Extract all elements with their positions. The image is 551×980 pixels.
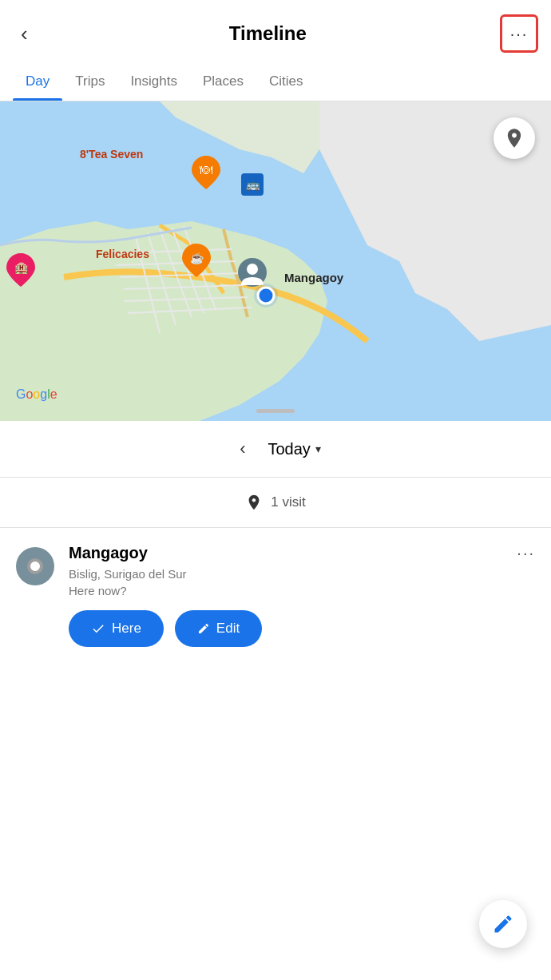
current-location-dot	[254, 284, 278, 311]
tab-day[interactable]: Day	[13, 62, 62, 101]
more-dots-icon: ···	[510, 25, 529, 43]
location-info: Mangagoy Bislig, Surigao del Sur Here no…	[69, 544, 535, 647]
map-area[interactable]: 🍽 8'Tea Seven 🚌 🏨 ☕ Felicacies	[0, 101, 551, 421]
location-card: Mangagoy Bislig, Surigao del Sur Here no…	[0, 528, 551, 666]
checkmark-icon	[91, 621, 105, 636]
label-mangagoy: Mangagoy	[284, 271, 343, 284]
svg-point-18	[258, 288, 274, 304]
here-button-label: Here	[112, 621, 141, 637]
edit-icon	[197, 622, 210, 635]
date-navigation: ‹ Today ▾	[0, 421, 551, 478]
svg-text:🏨: 🏨	[14, 261, 29, 275]
back-button[interactable]: ‹	[13, 18, 36, 50]
visit-count-row: 1 visit	[0, 478, 551, 528]
location-more-button[interactable]: ···	[517, 544, 535, 562]
tab-trips[interactable]: Trips	[62, 62, 117, 101]
svg-text:☕: ☕	[190, 252, 204, 265]
location-pin-button[interactable]	[494, 117, 535, 159]
location-avatar	[16, 547, 54, 585]
page-title: Timeline	[36, 22, 500, 45]
label-8tea: 8'Tea Seven	[80, 148, 143, 161]
location-address: Bislig, Surigao del Sur	[69, 565, 535, 582]
tab-insights[interactable]: Insights	[117, 62, 190, 101]
edit-button[interactable]: Edit	[175, 610, 262, 647]
svg-point-16	[247, 264, 258, 275]
marker-8tea[interactable]: 🍽	[192, 156, 220, 192]
date-back-button[interactable]: ‹	[230, 435, 255, 462]
visit-count-text: 1 visit	[271, 494, 305, 510]
header: ‹ Timeline ···	[0, 0, 551, 62]
tab-cities[interactable]: Cities	[256, 62, 316, 101]
label-felicacies: Felicacies	[96, 248, 149, 260]
marker-hotel[interactable]: 🏨	[6, 253, 35, 290]
location-name: Mangagoy	[69, 544, 535, 562]
map-drag-handle[interactable]	[256, 409, 295, 413]
location-actions: Here Edit	[69, 610, 535, 647]
edit-button-label: Edit	[216, 621, 240, 637]
fab-edit-button[interactable]	[479, 900, 527, 948]
tabs-bar: Day Trips Insights Places Cities	[0, 62, 551, 101]
svg-text:🍽: 🍽	[200, 163, 212, 177]
marker-felicacies[interactable]: ☕	[182, 244, 211, 280]
dropdown-arrow-icon: ▾	[315, 442, 321, 455]
date-selector[interactable]: Today ▾	[268, 440, 320, 458]
more-menu-button[interactable]: ···	[500, 14, 538, 53]
pin-icon	[245, 494, 263, 511]
google-logo: Google	[16, 387, 57, 402]
location-question: Here now?	[69, 584, 535, 597]
marker-bus[interactable]: 🚌	[241, 173, 264, 196]
here-button[interactable]: Here	[69, 610, 164, 647]
fab-edit-icon	[492, 913, 514, 935]
tab-places[interactable]: Places	[190, 62, 256, 101]
date-text: Today	[268, 440, 310, 458]
